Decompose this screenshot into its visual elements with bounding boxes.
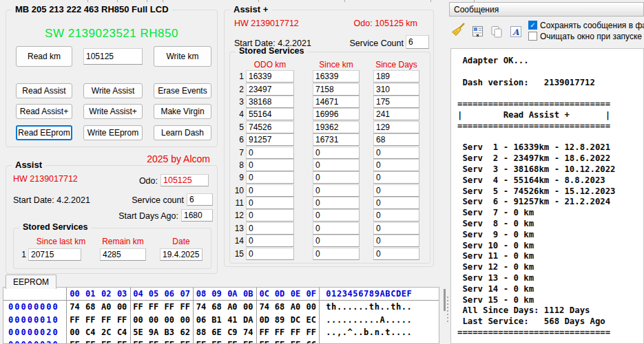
read-km-button[interactable]: Read km [16,46,72,67]
since-days-input[interactable] [373,235,419,247]
hex-byte: FF [209,338,225,344]
odo-km-input[interactable] [246,133,294,146]
hex-row: 0000002000C42CC45E9AB362886EC974FFFFFFFF… [3,326,439,338]
odo-km-input[interactable] [246,147,294,159]
odo-km-input[interactable] [246,222,294,235]
clear-log-button[interactable] [450,21,466,38]
clipped-edge-tick [258,0,259,2]
hex-byte: FF [98,338,114,344]
stored-service-row: 11 [230,197,430,209]
since-km-input[interactable] [313,209,360,222]
since-days-input[interactable] [373,222,419,235]
copy-log-button[interactable] [489,23,504,40]
since-km-input[interactable] [313,184,360,197]
since-days-input[interactable] [373,121,419,133]
since-days-input[interactable] [373,147,419,159]
messages-log[interactable]: Adapter OK... Dash version: 2139017712 =… [450,48,644,344]
since-days-input[interactable] [373,133,419,146]
since-days-input[interactable] [373,248,419,260]
since-km-input[interactable] [313,121,360,133]
hex-byte: CC [303,338,319,344]
odo-km-input[interactable] [246,70,294,83]
hex-ascii: ..,.^..b.n.t.... [319,326,439,338]
messages-panel-title: Сообщения [454,5,499,14]
odo-km-input[interactable] [246,96,294,108]
since-days-input[interactable] [373,197,419,209]
odo-km-input[interactable] [246,171,294,184]
save-log-button[interactable] [470,23,486,40]
odo-km-input[interactable] [246,235,294,247]
odo-km-input[interactable] [246,108,294,120]
tab-eeprom[interactable]: EEPROM [6,275,56,289]
since-days-input[interactable] [373,209,419,222]
since-days-input[interactable] [373,96,419,108]
since-km-input[interactable] [313,96,360,108]
eeprom-hex-view[interactable]: 000102030405060708090A0B0C0D0E0F01234567… [3,287,439,344]
odo-km-input[interactable] [246,121,294,133]
hex-col-header: 0A [225,288,240,300]
hex-header-row: 000102030405060708090A0B0C0D0E0F01234567… [3,288,439,301]
hex-byte: A0 [287,301,303,313]
learn-dash-button[interactable]: Learn Dash [154,125,211,140]
hex-byte: 2C [98,326,114,338]
since-km-input[interactable] [313,235,360,247]
assist-service-count-input[interactable] [187,193,213,206]
clipped-edge-tick [147,0,147,2]
hex-byte: 62 [177,326,193,338]
write-eeprom-button[interactable]: Write EEprom [83,125,143,140]
read-assist-button[interactable]: Read Assist [16,83,72,98]
write-km-button[interactable]: Write km [154,46,211,67]
row-index: 2 [230,85,244,94]
odo-km-input[interactable] [246,209,294,222]
since-km-input[interactable] [313,171,360,184]
since-km-input[interactable] [313,159,360,171]
row-index: 12 [230,211,244,220]
assist-plus-service-count-input[interactable] [406,35,429,49]
odo-km-input[interactable] [246,184,294,197]
since-days-input[interactable] [373,159,419,171]
splitter-grip[interactable] [447,297,448,322]
hex-byte: FF [287,326,303,338]
read-eeprom-button[interactable]: Read EEprom [16,125,72,140]
date-input[interactable] [160,248,202,261]
odo-km-input[interactable] [246,83,294,96]
since-km-input[interactable] [313,248,360,260]
font-icon: A [509,25,523,39]
since-km-input[interactable] [313,70,360,83]
make-virgin-button[interactable]: Make Virgin [154,104,211,119]
since-km-input[interactable] [313,133,360,146]
write-assist-button[interactable]: Write Assist [83,83,143,98]
remain-km-input[interactable] [100,248,146,261]
hex-col-header: 01 [83,288,98,300]
since-last-km-input[interactable] [28,248,81,261]
since-km-input[interactable] [313,83,360,96]
messages-panel-header[interactable]: Сообщения [449,2,644,17]
odo-km-input[interactable] [246,248,294,260]
hex-byte: FF [130,338,146,344]
clear-on-start-checkbox[interactable] [528,32,537,41]
since-days-input[interactable] [373,108,419,120]
km-input[interactable] [83,48,143,65]
save-messages-checkbox[interactable]: ✓ [528,21,537,30]
odo-km-input[interactable] [246,159,294,171]
since-km-input[interactable] [313,147,360,159]
hex-col-header: 08 [193,288,209,300]
since-days-input[interactable] [373,83,419,96]
read-assist-plus-button[interactable]: Read Assist+ [16,104,72,119]
start-days-ago-input[interactable] [181,209,213,222]
erase-events-button[interactable]: Erase Events [154,83,211,98]
since-days-input[interactable] [373,171,419,184]
font-settings-button[interactable]: A [508,23,523,40]
since-days-input[interactable] [373,184,419,197]
hex-byte: 00 [303,301,319,313]
write-assist-plus-button[interactable]: Write Assist+ [83,104,143,119]
since-km-input[interactable] [313,222,360,235]
hex-scrollbar-thumb[interactable] [444,289,446,311]
odo-km-input[interactable] [246,197,294,209]
since-km-input[interactable] [313,197,360,209]
hex-ascii: th......th..th.. [319,301,439,313]
assist-odo-input[interactable] [160,174,209,186]
since-days-input[interactable] [373,70,419,83]
since-km-input[interactable] [313,108,360,120]
hex-address: 00000010 [3,314,67,326]
